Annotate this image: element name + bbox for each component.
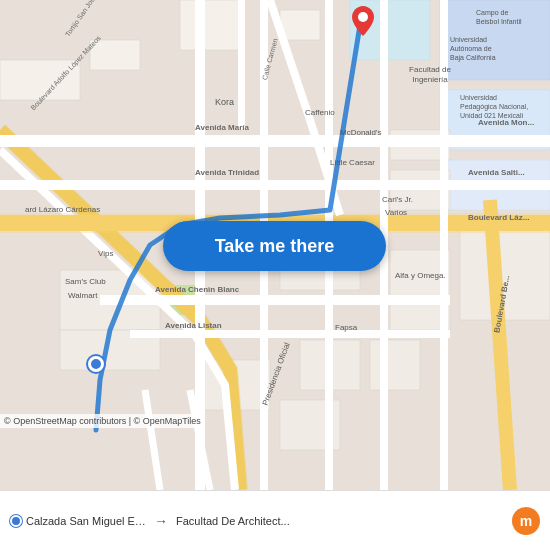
svg-rect-3 [90, 40, 140, 70]
origin-dot [10, 515, 22, 527]
svg-text:Boulevard Láz...: Boulevard Láz... [468, 213, 529, 222]
moovit-logo: m [512, 507, 540, 535]
svg-text:Vips: Vips [98, 249, 113, 258]
svg-text:Avenida Listan: Avenida Listan [165, 321, 222, 330]
svg-text:Pedagógica Nacional,: Pedagógica Nacional, [460, 103, 528, 111]
svg-rect-25 [100, 295, 450, 305]
svg-text:Unidad 021 Mexicali: Unidad 021 Mexicali [460, 112, 523, 119]
svg-text:Beisbol Infantil: Beisbol Infantil [476, 18, 522, 25]
svg-text:Avenida Chenin Blanc: Avenida Chenin Blanc [155, 285, 240, 294]
svg-text:Avenida Trinidad: Avenida Trinidad [195, 168, 259, 177]
svg-text:Universidad: Universidad [460, 94, 497, 101]
route-arrow: → [154, 513, 168, 529]
origin-pin [88, 356, 104, 372]
svg-rect-22 [0, 180, 550, 190]
svg-point-69 [358, 12, 368, 22]
svg-text:Baja California: Baja California [450, 54, 496, 62]
svg-text:Kora: Kora [215, 97, 234, 107]
map-attribution: © OpenStreetMap contributors | © OpenMap… [0, 414, 205, 428]
svg-rect-32 [238, 0, 245, 130]
destination-label: Facultad De Architect... [176, 515, 290, 527]
svg-rect-21 [0, 135, 550, 147]
svg-rect-18 [370, 340, 420, 390]
svg-text:Carl's Jr.: Carl's Jr. [382, 195, 413, 204]
route-info: Calzada San Miguel El Gra... → Facultad … [10, 513, 512, 529]
take-me-there-button[interactable]: Take me there [163, 221, 386, 271]
svg-text:Campo de: Campo de [476, 9, 508, 17]
svg-text:Avenida María: Avenida María [195, 123, 249, 132]
svg-text:Sam's Club: Sam's Club [65, 277, 106, 286]
svg-text:Ingeniería: Ingeniería [412, 75, 448, 84]
svg-text:Fapsa: Fapsa [335, 323, 358, 332]
svg-text:Alfa y Omega.: Alfa y Omega. [395, 271, 446, 280]
svg-text:Caffenio: Caffenio [305, 108, 335, 117]
svg-text:Facultad de: Facultad de [409, 65, 451, 74]
svg-text:Walmart: Walmart [68, 291, 98, 300]
svg-text:Universidad: Universidad [450, 36, 487, 43]
bottom-bar: Calzada San Miguel El Gra... → Facultad … [0, 490, 550, 550]
button-label: Take me there [215, 236, 335, 257]
svg-rect-26 [130, 330, 450, 338]
svg-text:Varios: Varios [385, 208, 407, 217]
svg-text:Avenida Salti...: Avenida Salti... [468, 168, 525, 177]
map-container: Kora Caffenio McDonald's Little Caesar A… [0, 0, 550, 490]
svg-text:McDonald's: McDonald's [340, 128, 382, 137]
svg-text:Autónoma de: Autónoma de [450, 45, 492, 52]
svg-text:Little Caesar: Little Caesar [330, 158, 375, 167]
moovit-icon: m [512, 507, 540, 535]
svg-text:ard Lázaro Cárdenas: ard Lázaro Cárdenas [25, 205, 100, 214]
svg-text:Avenida Mon...: Avenida Mon... [478, 118, 534, 127]
svg-rect-4 [180, 0, 240, 50]
destination-pin [352, 6, 374, 36]
origin-label: Calzada San Miguel El Gra... [26, 515, 146, 527]
